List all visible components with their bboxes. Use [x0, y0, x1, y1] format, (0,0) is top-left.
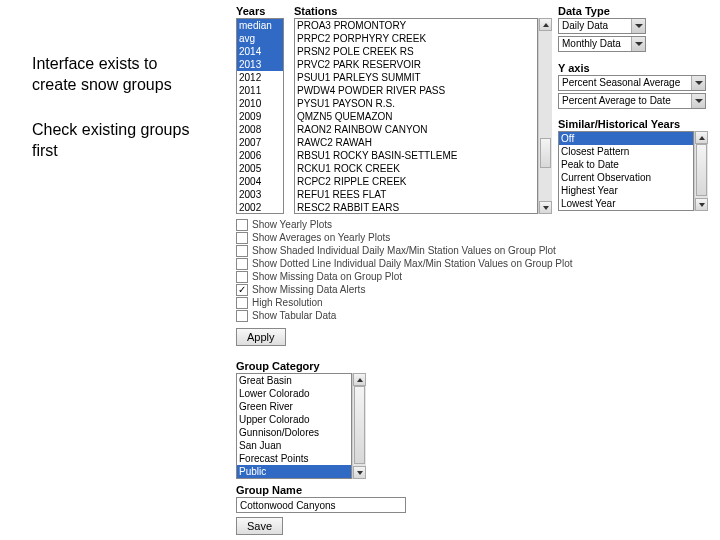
scroll-down-icon[interactable]: [539, 201, 552, 214]
list-item[interactable]: PSUU1 PARLEYS SUMMIT: [295, 71, 537, 84]
list-item[interactable]: 2014: [237, 45, 283, 58]
list-item[interactable]: 2009: [237, 110, 283, 123]
list-item[interactable]: RCPC2 RIPPLE CREEK: [295, 175, 537, 188]
yaxis-seasonal-dropdown[interactable]: Percent Seasonal Average: [558, 75, 706, 91]
chevron-down-icon: [631, 19, 645, 33]
list-item[interactable]: Gunnison/Dolores: [237, 426, 351, 439]
list-item[interactable]: Off: [559, 132, 693, 145]
list-item[interactable]: PYSU1 PAYSON R.S.: [295, 97, 537, 110]
scroll-up-icon[interactable]: [695, 131, 708, 144]
list-item[interactable]: RESC2 RABBIT EARS: [295, 201, 537, 214]
save-button[interactable]: Save: [236, 517, 283, 535]
list-item[interactable]: Forecast Points: [237, 452, 351, 465]
list-item[interactable]: PRSN2 POLE CREEK RS: [295, 45, 537, 58]
scroll-up-icon[interactable]: [353, 373, 366, 386]
scroll-thumb[interactable]: [354, 386, 365, 464]
list-item[interactable]: Green River: [237, 400, 351, 413]
list-item[interactable]: Peak to Date: [559, 158, 693, 171]
datatype-daily-dropdown[interactable]: Daily Data: [558, 18, 646, 34]
checkbox-icon[interactable]: [236, 284, 248, 296]
scroll-thumb[interactable]: [540, 138, 551, 168]
list-item[interactable]: 2005: [237, 162, 283, 175]
check-missing-group[interactable]: Show Missing Data on Group Plot: [236, 270, 636, 283]
list-item[interactable]: 2011: [237, 84, 283, 97]
list-item[interactable]: QMZN5 QUEMAZON: [295, 110, 537, 123]
check-high-res[interactable]: High Resolution: [236, 296, 636, 309]
list-item[interactable]: 2006: [237, 149, 283, 162]
list-item[interactable]: Current Observation: [559, 171, 693, 184]
checkbox-icon[interactable]: [236, 258, 248, 270]
list-item[interactable]: 2003: [237, 188, 283, 201]
checkbox-icon[interactable]: [236, 297, 248, 309]
list-item[interactable]: Great Basin: [237, 374, 351, 387]
list-item[interactable]: Lowest Year: [559, 197, 693, 210]
list-item[interactable]: 2008: [237, 123, 283, 136]
check-yearly-plots[interactable]: Show Yearly Plots: [236, 218, 636, 231]
check-tabular[interactable]: Show Tabular Data: [236, 309, 636, 322]
list-item[interactable]: 2002: [237, 201, 283, 214]
list-item[interactable]: Lower Colorado: [237, 387, 351, 400]
yaxis-todate-dropdown[interactable]: Percent Average to Date: [558, 93, 706, 109]
stations-listbox[interactable]: PROA3 PROMONTORYPRPC2 PORPHYRY CREEKPRSN…: [294, 18, 538, 214]
list-item[interactable]: 2013: [237, 58, 283, 71]
check-dotted-maxmin[interactable]: Show Dotted Line Individual Daily Max/Mi…: [236, 257, 636, 270]
group-name-input[interactable]: [236, 497, 406, 513]
yaxis-label: Y axis: [558, 62, 708, 74]
similar-label: Similar/Historical Years: [558, 118, 708, 130]
list-item[interactable]: median: [237, 19, 283, 32]
datatype-label: Data Type: [558, 5, 648, 17]
check-shaded-maxmin[interactable]: Show Shaded Individual Daily Max/Min Sta…: [236, 244, 636, 257]
checkbox-icon[interactable]: [236, 219, 248, 231]
stations-scrollbar[interactable]: [538, 18, 552, 214]
list-item[interactable]: 2010: [237, 97, 283, 110]
list-item[interactable]: 2004: [237, 175, 283, 188]
list-item[interactable]: PROA3 PROMONTORY: [295, 19, 537, 32]
annotation-check-existing: Check existing groups first: [32, 120, 189, 162]
years-listbox[interactable]: medianavg2014201320122011201020092008200…: [236, 18, 284, 214]
apply-button[interactable]: Apply: [236, 328, 286, 346]
chevron-down-icon: [691, 94, 705, 108]
years-label: Years: [236, 5, 288, 17]
group-name-label: Group Name: [236, 484, 436, 496]
similar-listbox[interactable]: OffClosest PatternPeak to DateCurrent Ob…: [558, 131, 694, 211]
list-item[interactable]: 2012: [237, 71, 283, 84]
list-item[interactable]: Highest Year: [559, 184, 693, 197]
list-item[interactable]: Upper Colorado: [237, 413, 351, 426]
list-item[interactable]: San Juan: [237, 439, 351, 452]
list-item[interactable]: REFU1 REES FLAT: [295, 188, 537, 201]
checkbox-icon[interactable]: [236, 271, 248, 283]
list-item[interactable]: avg: [237, 32, 283, 45]
scroll-thumb[interactable]: [696, 144, 707, 196]
list-item[interactable]: RAWC2 RAWAH: [295, 136, 537, 149]
scroll-down-icon[interactable]: [695, 198, 708, 211]
group-category-label: Group Category: [236, 360, 366, 372]
checkbox-icon[interactable]: [236, 245, 248, 257]
annotation-interface: Interface exists to create snow groups: [32, 54, 172, 96]
list-item[interactable]: PWDW4 POWDER RIVER PASS: [295, 84, 537, 97]
list-item[interactable]: Closest Pattern: [559, 145, 693, 158]
similar-scrollbar[interactable]: [694, 131, 708, 211]
list-item[interactable]: 2007: [237, 136, 283, 149]
stations-label: Stations: [294, 5, 552, 17]
list-item[interactable]: RAON2 RAINBOW CANYON: [295, 123, 537, 136]
list-item[interactable]: PRVC2 PARK RESERVOIR: [295, 58, 537, 71]
list-item[interactable]: PRPC2 PORPHYRY CREEK: [295, 32, 537, 45]
group-category-listbox[interactable]: Great BasinLower ColoradoGreen RiverUppe…: [236, 373, 352, 479]
list-item[interactable]: RCKU1 ROCK CREEK: [295, 162, 537, 175]
chevron-down-icon: [631, 37, 645, 51]
check-averages[interactable]: Show Averages on Yearly Plots: [236, 231, 636, 244]
group-category-scrollbar[interactable]: [352, 373, 366, 479]
check-missing-alerts[interactable]: Show Missing Data Alerts: [236, 283, 636, 296]
chevron-down-icon: [691, 76, 705, 90]
scroll-up-icon[interactable]: [539, 18, 552, 31]
checkbox-icon[interactable]: [236, 310, 248, 322]
scroll-down-icon[interactable]: [353, 466, 366, 479]
list-item[interactable]: RBSU1 ROCKY BASIN-SETTLEME: [295, 149, 537, 162]
checkbox-icon[interactable]: [236, 232, 248, 244]
list-item[interactable]: Public: [237, 465, 351, 478]
datatype-monthly-dropdown[interactable]: Monthly Data: [558, 36, 646, 52]
